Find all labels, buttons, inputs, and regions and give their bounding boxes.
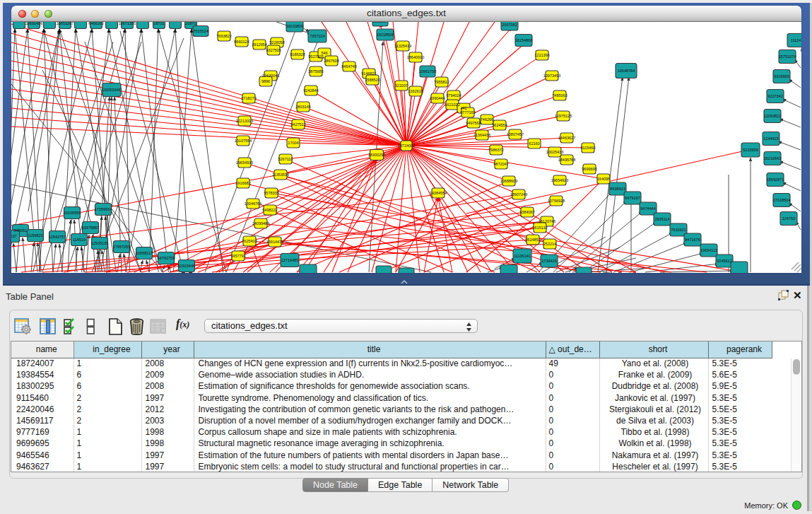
svg-text:10025433: 10025433 (546, 150, 563, 154)
svg-text:4872047: 4872047 (493, 162, 508, 166)
svg-text:16782759: 16782759 (158, 256, 175, 260)
svg-text:546: 546 (321, 51, 327, 55)
svg-text:18907249: 18907249 (510, 192, 527, 197)
svg-text:9474444: 9474444 (640, 206, 655, 211)
svg-text:9146821: 9146821 (361, 71, 376, 76)
svg-text:8660124: 8660124 (234, 40, 249, 44)
svg-text:6479197: 6479197 (625, 196, 640, 200)
svg-text:14099489: 14099489 (252, 221, 269, 226)
svg-text:20871: 20871 (185, 22, 196, 25)
svg-text:5498222: 5498222 (262, 208, 277, 212)
svg-text:9115460: 9115460 (580, 146, 595, 150)
svg-text:8454749: 8454749 (341, 64, 356, 69)
svg-text:2867608: 2867608 (324, 59, 339, 63)
svg-text:10046766: 10046766 (245, 201, 261, 206)
svg-text:2935114: 2935114 (654, 217, 669, 221)
svg-text:2803144: 2803144 (295, 105, 310, 109)
svg-text:1588520: 1588520 (365, 78, 379, 82)
svg-text:17359934: 17359934 (95, 207, 112, 211)
svg-text:8938923: 8938923 (610, 187, 625, 191)
svg-text:5226058: 5226058 (269, 40, 284, 45)
svg-text:21364436: 21364436 (473, 133, 490, 137)
svg-text:12093822: 12093822 (764, 114, 781, 118)
svg-text:9427512: 9427512 (290, 122, 305, 127)
svg-text:3912954: 3912954 (252, 42, 266, 47)
svg-text:7632621: 7632621 (671, 228, 686, 232)
svg-text:9384067: 9384067 (519, 210, 534, 214)
svg-text:10975887: 10975887 (82, 226, 99, 230)
svg-text:164095: 164095 (597, 177, 610, 181)
svg-text:1221396: 1221396 (534, 53, 549, 57)
svg-text:7625402: 7625402 (242, 239, 257, 243)
svg-text:7485063: 7485063 (552, 93, 567, 98)
svg-text:11923446: 11923446 (178, 264, 195, 268)
svg-text:9327505: 9327505 (266, 48, 281, 52)
svg-text:16210643: 16210643 (764, 156, 781, 160)
svg-text:3624554: 3624554 (492, 123, 507, 127)
svg-text:12213313: 12213313 (236, 119, 253, 123)
svg-text:20206556: 20206556 (64, 211, 81, 215)
svg-text:11136141: 11136141 (514, 254, 531, 258)
svg-text:12975125: 12975125 (555, 114, 572, 118)
svg-text:2718179: 2718179 (241, 96, 256, 100)
svg-text:9329966: 9329966 (774, 74, 789, 78)
svg-text:10807457: 10807457 (507, 132, 524, 136)
svg-text:3875685: 3875685 (308, 69, 323, 74)
svg-text:1362615: 1362615 (408, 89, 423, 93)
svg-text:15692971: 15692971 (767, 177, 784, 182)
svg-text:9242844: 9242844 (303, 88, 318, 93)
svg-text:1990444: 1990444 (430, 96, 445, 100)
svg-text:9794024: 9794024 (446, 93, 461, 98)
svg-text:16033809: 16033809 (286, 24, 303, 28)
svg-text:19654935: 19654935 (236, 160, 253, 165)
svg-text:8813054: 8813054 (372, 22, 387, 23)
svg-text:7955812: 7955812 (434, 80, 449, 84)
svg-text:20053346: 20053346 (103, 88, 120, 92)
svg-text:19654923: 19654923 (551, 178, 568, 182)
svg-text:126753: 126753 (782, 216, 795, 221)
svg-text:1156829: 1156829 (28, 233, 42, 238)
svg-text:11124: 11124 (791, 38, 801, 42)
svg-text:18300295: 18300295 (368, 153, 385, 157)
svg-text:16120746: 16120746 (539, 219, 555, 223)
svg-text:18724007: 18724007 (398, 144, 415, 148)
svg-text:12505135: 12505135 (91, 241, 108, 245)
svg-text:10973493: 10973493 (543, 74, 560, 78)
svg-text:10958117: 10958117 (136, 251, 153, 255)
svg-text:17957255: 17957255 (113, 245, 130, 249)
svg-text:62160: 62160 (529, 141, 539, 146)
svg-text:10648784: 10648784 (618, 69, 635, 73)
svg-text:22420046: 22420046 (262, 74, 279, 78)
svg-text:16154808: 16154808 (515, 38, 532, 42)
svg-text:9227342: 9227342 (767, 94, 782, 98)
svg-text:845051: 845051 (14, 228, 27, 233)
svg-text:6497568: 6497568 (466, 121, 481, 125)
svg-text:5267110: 5267110 (278, 157, 293, 161)
svg-text:9245612: 9245612 (717, 259, 731, 263)
svg-text:11353594: 11353594 (272, 173, 289, 177)
svg-text:10653267: 10653267 (57, 22, 73, 25)
svg-text:5578335: 5578335 (264, 191, 278, 195)
svg-text:9524851: 9524851 (525, 238, 540, 242)
svg-text:2067082: 2067082 (502, 23, 517, 27)
svg-text:7515524: 7515524 (193, 29, 208, 33)
svg-text:9896: 9896 (261, 79, 270, 83)
svg-text:9777169: 9777169 (460, 110, 475, 115)
svg-text:16914479: 16914479 (266, 240, 283, 244)
svg-text:17018504: 17018504 (773, 198, 790, 202)
svg-text:114519: 114519 (73, 238, 86, 242)
svg-text:7663822: 7663822 (216, 34, 231, 38)
svg-text:1733426: 1733426 (541, 259, 556, 263)
svg-text:10107554: 10107554 (235, 139, 252, 143)
svg-text:19384554: 19384554 (430, 191, 447, 195)
svg-text:15751074: 15751074 (779, 54, 796, 59)
svg-text:39137: 39137 (11, 234, 17, 238)
svg-text:1916682: 1916682 (235, 181, 250, 185)
svg-text:8471676: 8471676 (685, 238, 700, 242)
svg-text:8186328: 8186328 (290, 52, 305, 57)
svg-text:1621022: 1621022 (445, 103, 459, 107)
svg-text:18731: 18731 (153, 22, 164, 25)
svg-text:18640910: 18640910 (407, 55, 424, 59)
svg-text:5215958: 5215958 (743, 148, 758, 152)
svg-text:9699695: 9699695 (582, 167, 596, 171)
